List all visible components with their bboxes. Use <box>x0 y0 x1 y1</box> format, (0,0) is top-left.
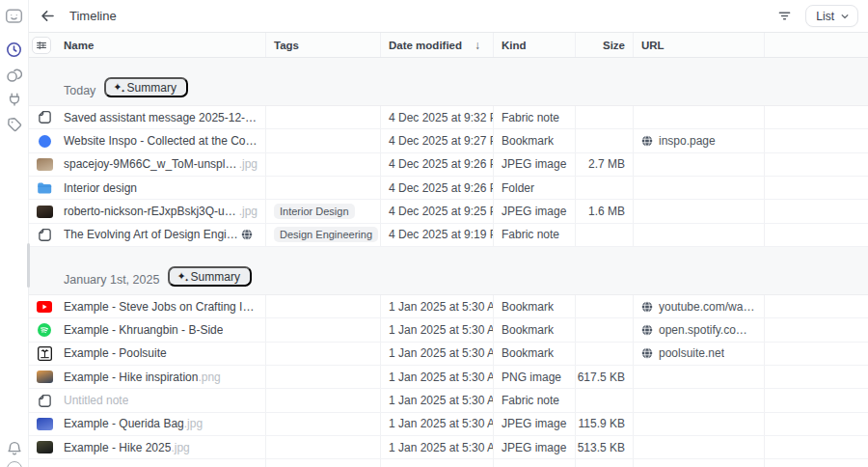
cell-name: Interior design <box>29 177 266 199</box>
cell-url[interactable]: poolsuite.net <box>634 343 765 365</box>
cell-size: 513.5 KB <box>576 436 634 458</box>
cell-size: 2.7 MB <box>576 153 634 176</box>
image-thumbnail <box>37 206 53 218</box>
cell-name: Example - Querida Bag.jpg <box>29 413 266 435</box>
table-row[interactable]: Example - Poolsuite1 Jan 2025 at 5:30 AM… <box>29 343 868 366</box>
cell-date-modified: 1 Jan 2025 at 5:30 AM <box>381 436 494 458</box>
cell-size <box>576 224 634 246</box>
cell-tags <box>266 366 381 388</box>
cell-tags <box>266 153 381 176</box>
summary-button[interactable]: ✦Summary <box>168 266 252 287</box>
summary-button[interactable]: ✦Summary <box>104 77 188 97</box>
filter-icon[interactable] <box>772 5 797 28</box>
sidebar-item-timeline[interactable] <box>0 37 29 62</box>
customize-columns-button[interactable] <box>32 37 51 54</box>
item-name: Website Inspo - Collected at the Compone… <box>64 134 258 148</box>
cell-size <box>576 343 634 365</box>
view-selector-button[interactable]: List <box>805 5 858 27</box>
column-header-tags[interactable]: Tags <box>266 33 381 57</box>
cell-tags <box>266 295 381 317</box>
cell-date-modified: 4 Dec 2025 at 9:26 PM <box>381 153 494 176</box>
cell-tags <box>266 389 381 411</box>
column-header-label: Size <box>603 40 625 51</box>
cell-tags <box>266 129 381 151</box>
image-thumbnail <box>37 158 53 171</box>
table-row[interactable]: The Evolving Art of Design EngineeringDe… <box>29 224 868 247</box>
fabric-logo-icon[interactable] <box>0 3 29 28</box>
cell-kind: Bookmark <box>494 343 576 365</box>
column-header-kind[interactable]: Kind <box>494 33 576 57</box>
globe-icon <box>641 135 653 147</box>
cell-spacer <box>765 436 868 458</box>
cell-size: 115.9 KB <box>576 413 634 435</box>
table-row[interactable]: Example - Hike inspiration.png1 Jan 2025… <box>29 366 868 389</box>
cell-url[interactable]: inspo.page <box>634 129 765 151</box>
column-header-size[interactable]: Size <box>576 33 634 57</box>
sidebar-item-tags[interactable] <box>0 112 29 137</box>
cell-size <box>576 295 634 317</box>
table-row[interactable]: Website Inspo - Collected at the Compone… <box>29 129 868 152</box>
section-band: January 1st, 2025✦Summary <box>29 247 868 295</box>
column-header-name[interactable]: Name <box>29 33 266 57</box>
table-row[interactable]: Example - Querida Bag.jpg1 Jan 2025 at 5… <box>29 413 868 436</box>
file-extension: .jpg <box>184 417 203 430</box>
cell-date-modified: 1 Jan 2025 at 5:30 AM <box>381 389 494 411</box>
item-name: Example - Hike 2025 <box>64 441 171 454</box>
cell-kind: JPEG image <box>494 413 576 435</box>
cell-spacer <box>765 366 868 388</box>
fabric-note-icon <box>38 110 52 124</box>
sidebar-item-spaces[interactable] <box>0 62 29 87</box>
column-header-spacer <box>765 33 868 57</box>
back-button[interactable] <box>36 5 59 28</box>
cell-url <box>634 153 765 176</box>
fabric-note-icon <box>38 394 52 408</box>
tag-pill[interactable]: Interior Design <box>274 204 355 219</box>
cell-name: Example - Hike inspiration.png <box>29 366 266 388</box>
table-row[interactable]: Example - Steve Jobs on Crafting Idea to… <box>29 295 868 318</box>
table-row[interactable]: Saved assistant message 2025-12-04 21:32… <box>29 106 868 129</box>
cell-url <box>634 389 765 411</box>
file-extension: .jpg <box>171 441 189 454</box>
account-avatar-icon[interactable] <box>7 461 22 467</box>
column-header-date_modified[interactable]: Date modified↓ <box>381 33 494 57</box>
table-row[interactable]: roberto-nickson-rEJxpBskj3Q-unsplash.jpg… <box>29 200 868 223</box>
cell-spacer <box>765 153 868 176</box>
cell-name: The Evolving Art of Design Engineering <box>29 224 266 246</box>
cell-spacer <box>765 389 868 411</box>
cell-url <box>634 366 765 388</box>
vertical-scrollbar-thumb[interactable] <box>27 243 30 288</box>
cell-url <box>634 200 765 222</box>
table-body: Today✦SummarySaved assistant message 202… <box>29 58 868 459</box>
section-label: Today <box>64 84 95 97</box>
source-globe-icon <box>241 229 253 240</box>
column-header-url[interactable]: URL <box>634 33 765 57</box>
item-name: Example - Hike inspiration <box>64 371 198 384</box>
table-row[interactable]: Example - Khruangbin - B-Side1 Jan 2025 … <box>29 318 868 342</box>
poolsuite-icon <box>38 346 52 361</box>
cell-url <box>634 436 765 458</box>
cell-date-modified: 4 Dec 2025 at 9:32 PM <box>381 106 494 128</box>
table-row[interactable]: spacejoy-9M66C_w_ToM-unsplash.jpg4 Dec 2… <box>29 153 868 177</box>
table-row[interactable]: Untitled note1 Jan 2025 at 5:30 AMFabric… <box>29 389 868 412</box>
table-row[interactable]: Example - Hike 2025.jpg1 Jan 2025 at 5:3… <box>29 436 868 459</box>
summary-button-label: Summary <box>127 81 176 95</box>
cell-date-modified: 4 Dec 2025 at 9:27 PM <box>381 129 494 151</box>
tag-pill[interactable]: Design Engineering <box>274 227 378 242</box>
cell-spacer <box>765 224 868 246</box>
cell-tags <box>266 343 381 365</box>
cell-url[interactable]: open.spotify.com/track/2Dc... <box>634 318 765 341</box>
cell-spacer <box>765 200 868 222</box>
table-row[interactable]: Interior design4 Dec 2025 at 9:26 PMFold… <box>29 177 868 200</box>
notifications-bell-icon[interactable] <box>0 436 29 461</box>
cell-url[interactable]: youtube.com/watch?v=Q3S... <box>634 295 765 317</box>
item-name: Interior design <box>64 181 137 195</box>
sidebar-item-connections[interactable] <box>0 87 29 112</box>
cell-name: Example - Steve Jobs on Crafting Idea to… <box>29 295 266 317</box>
cell-kind: Bookmark <box>494 129 576 151</box>
sort-descending-icon[interactable]: ↓ <box>475 39 480 52</box>
item-name: Example - Khruangbin - B-Side <box>64 323 223 337</box>
partial-next-row <box>29 459 868 467</box>
cell-name: Saved assistant message 2025-12-04 21:32 <box>29 106 266 128</box>
item-name: roberto-nickson-rEJxpBskj3Q-unsplash <box>64 205 239 218</box>
cell-spacer <box>765 343 868 365</box>
